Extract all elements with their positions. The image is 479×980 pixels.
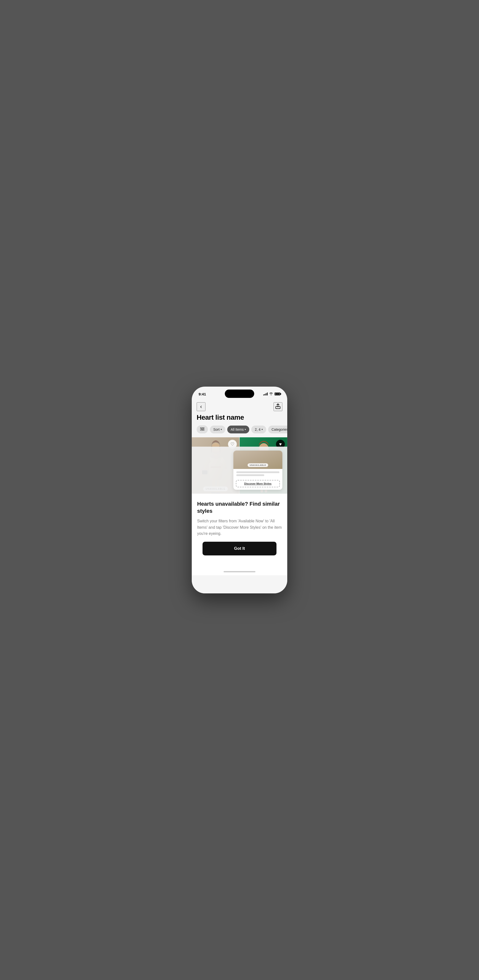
page-title: Heart list name: [192, 412, 287, 425]
filter-settings-btn[interactable]: [197, 425, 208, 433]
card-popup-text-line1: [236, 471, 279, 473]
wifi-icon: [269, 392, 273, 396]
got-it-button[interactable]: Got It: [203, 542, 276, 555]
info-section: Hearts unavailable? Find similar styles …: [192, 494, 287, 569]
svg-point-4: [203, 428, 204, 430]
battery-icon: [274, 393, 281, 395]
card-popup-area: UNAVAILABLE Discover More Styles: [192, 447, 287, 494]
settings-icon: [200, 427, 205, 431]
card-popup-text-line2: [236, 474, 264, 476]
share-icon: [275, 403, 281, 410]
size-label: 2, 4: [255, 428, 260, 431]
nav-header: ‹: [192, 400, 287, 412]
sort-button[interactable]: Sort ▾: [210, 426, 225, 433]
sort-chevron-icon: ▾: [220, 428, 222, 431]
home-bar: [224, 571, 255, 572]
all-items-chevron-icon: ▾: [245, 428, 246, 431]
info-title: Hearts unavailable? Find similar styles: [197, 501, 282, 514]
discover-more-styles-button[interactable]: Discover More Styles: [236, 480, 280, 487]
svg-point-2: [201, 427, 202, 428]
product-grid: ♡ UNAVAILABLE: [192, 438, 287, 494]
card-popup-image: UNAVAILABLE: [233, 450, 282, 469]
home-indicator: [192, 569, 287, 575]
status-time: 9:41: [198, 392, 206, 396]
svg-point-6: [201, 430, 203, 431]
all-items-label: All Items: [231, 428, 244, 431]
card-popup: UNAVAILABLE Discover More Styles: [233, 450, 282, 490]
signal-icon: [263, 393, 268, 395]
phone-frame: 9:41: [192, 387, 287, 593]
heart-outline-icon: ♡: [230, 441, 234, 447]
size-chevron-icon: ▾: [262, 428, 263, 431]
categories-button[interactable]: Categories ▾: [268, 426, 287, 433]
sort-label: Sort: [213, 428, 220, 431]
share-button[interactable]: [274, 402, 282, 411]
categories-label: Categories: [271, 428, 287, 431]
phone-screen: 9:41: [192, 387, 287, 593]
screen-content[interactable]: ‹ Heart list name: [192, 400, 287, 593]
dynamic-island: [225, 390, 254, 398]
card-popup-unavailable-badge: UNAVAILABLE: [247, 463, 268, 467]
card-popup-body: [233, 469, 282, 479]
all-items-button[interactable]: All Items ▾: [227, 426, 249, 433]
size-button[interactable]: 2, 4 ▾: [251, 426, 266, 433]
status-icons: [263, 392, 281, 396]
info-description: Switch your filters from 'Available Now'…: [197, 518, 282, 537]
back-button[interactable]: ‹: [197, 402, 205, 411]
filter-bar: Sort ▾ All Items ▾ 2, 4 ▾ Categories ▾: [192, 425, 287, 438]
heart-filled-icon: ♥: [279, 442, 282, 447]
back-arrow-icon: ‹: [200, 404, 202, 410]
